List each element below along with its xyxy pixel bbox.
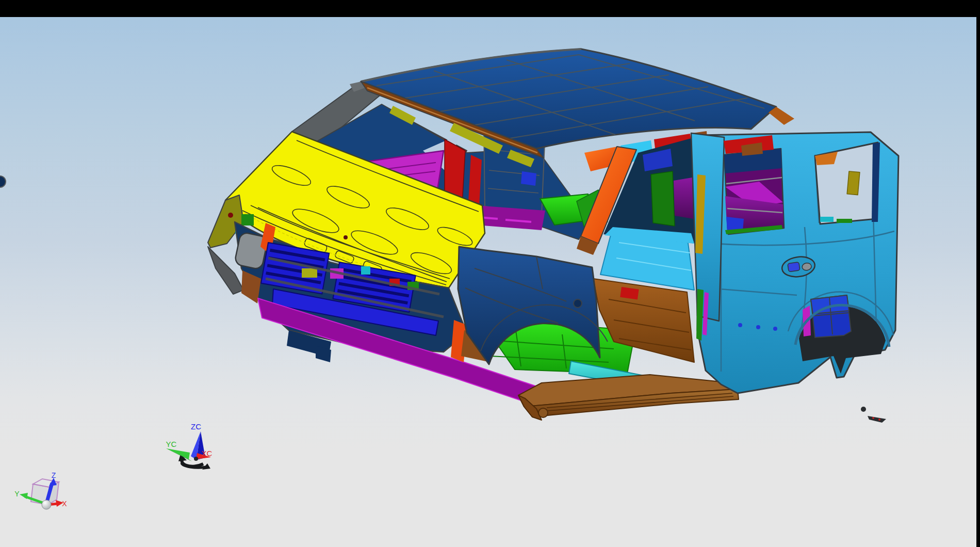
view-x-label: X	[62, 500, 67, 508]
wcs-y-label: YC	[166, 440, 177, 448]
debris-dot[interactable]	[861, 407, 866, 412]
debris-sliver[interactable]	[868, 416, 886, 423]
cowl-tip-green[interactable]	[241, 214, 254, 226]
door-plug-2	[756, 325, 760, 329]
door-plug-1	[738, 323, 742, 327]
fender-hole	[574, 299, 582, 308]
running-board-nub	[538, 408, 548, 417]
view-origin-ball[interactable]	[42, 500, 51, 509]
door-plug-3	[773, 327, 777, 331]
quarter-green-bit[interactable]	[837, 219, 852, 223]
wcs-z-label: ZC	[191, 422, 201, 431]
quarter-teal-bit[interactable]	[820, 217, 834, 222]
clip-olive-bit[interactable]	[302, 268, 317, 278]
debris-red-1	[872, 417, 874, 419]
wcs-y-axis[interactable]	[166, 448, 190, 459]
ws-dash-hole	[0, 176, 6, 187]
view-triad: Z Y X	[14, 471, 67, 509]
wcs-x-label: XC	[202, 449, 213, 458]
view-y-arrowhead[interactable]	[20, 493, 28, 499]
view-y-label: Y	[14, 490, 20, 498]
ws-royal-bits[interactable]	[521, 171, 536, 186]
door-inner-green[interactable]	[651, 171, 675, 226]
door-inner-purple[interactable]	[674, 178, 693, 219]
quarter-plate-olive[interactable]	[847, 171, 860, 195]
cad-window: ZC YC XC Z Y X	[0, 0, 980, 547]
hood-dot-2	[344, 235, 348, 239]
car-model	[0, 49, 899, 423]
wcs-triad: ZC YC XC	[166, 422, 213, 470]
debris-red-2	[878, 419, 880, 421]
view-z-label: Z	[52, 471, 56, 479]
cowl-tip-red-dot	[228, 213, 233, 218]
model-canvas: ZC YC XC Z Y X	[0, 0, 980, 547]
clip-teal-bit[interactable]	[361, 266, 370, 275]
wcs-origin[interactable]	[194, 457, 198, 461]
